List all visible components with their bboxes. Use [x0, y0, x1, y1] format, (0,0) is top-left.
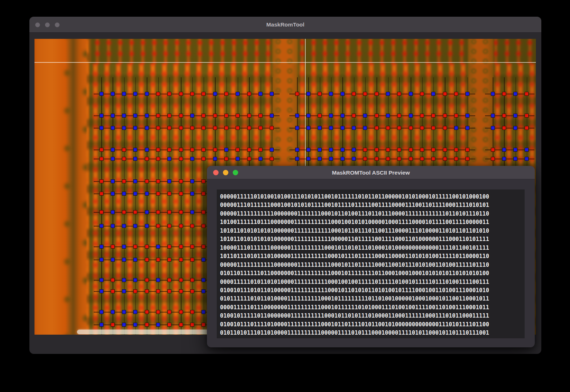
bit-marker[interactable] — [190, 114, 194, 118]
bit-marker[interactable] — [122, 179, 126, 183]
bit-marker[interactable] — [513, 157, 517, 161]
bit-marker[interactable] — [111, 192, 115, 196]
bit-marker[interactable] — [295, 148, 299, 152]
bit-marker[interactable] — [513, 148, 517, 152]
bit-marker[interactable] — [258, 157, 262, 161]
bit-marker[interactable] — [190, 224, 194, 228]
bit-marker[interactable] — [318, 92, 322, 96]
bit-marker[interactable] — [502, 148, 506, 152]
bit-marker[interactable] — [156, 224, 160, 228]
bit-marker[interactable] — [329, 157, 333, 161]
bit-marker[interactable] — [258, 148, 262, 152]
bit-marker[interactable] — [306, 126, 310, 130]
bit-marker[interactable] — [122, 114, 126, 118]
bit-marker[interactable] — [363, 126, 367, 130]
bit-marker[interactable] — [179, 192, 183, 196]
bit-marker[interactable] — [270, 148, 274, 152]
bit-marker[interactable] — [409, 92, 413, 96]
bit-marker[interactable] — [329, 148, 333, 152]
bit-marker[interactable] — [167, 224, 171, 228]
bit-marker[interactable] — [122, 157, 126, 161]
bit-marker[interactable] — [156, 148, 160, 152]
bit-marker[interactable] — [167, 258, 171, 262]
bit-marker[interactable] — [431, 92, 435, 96]
bit-marker[interactable] — [111, 126, 115, 130]
bit-marker[interactable] — [352, 157, 356, 161]
bit-marker[interactable] — [397, 157, 401, 161]
bit-marker[interactable] — [133, 278, 137, 282]
bit-marker[interactable] — [454, 157, 458, 161]
bit-marker[interactable] — [167, 289, 171, 293]
bit-marker[interactable] — [201, 192, 205, 196]
bit-marker[interactable] — [201, 323, 205, 327]
bit-marker[interactable] — [201, 310, 205, 314]
bit-marker[interactable] — [341, 157, 345, 161]
bit-marker[interactable] — [201, 210, 205, 214]
bit-marker[interactable] — [201, 245, 205, 249]
bit-marker[interactable] — [133, 289, 137, 293]
bit-marker[interactable] — [306, 92, 310, 96]
bit-marker[interactable] — [352, 126, 356, 130]
bit-marker[interactable] — [190, 179, 194, 183]
bit-marker[interactable] — [99, 114, 103, 118]
bit-marker[interactable] — [111, 179, 115, 183]
bit-marker[interactable] — [122, 148, 126, 152]
bit-marker[interactable] — [111, 114, 115, 118]
bit-marker[interactable] — [167, 278, 171, 282]
bit-marker[interactable] — [431, 148, 435, 152]
bit-marker[interactable] — [145, 310, 149, 314]
bit-marker[interactable] — [397, 126, 401, 130]
bit-marker[interactable] — [431, 157, 435, 161]
bit-marker[interactable] — [133, 114, 137, 118]
bit-marker[interactable] — [179, 289, 183, 293]
bit-marker[interactable] — [190, 278, 194, 282]
bit-marker[interactable] — [190, 245, 194, 249]
bit-marker[interactable] — [420, 157, 424, 161]
bit-marker[interactable] — [201, 126, 205, 130]
bit-marker[interactable] — [513, 114, 517, 118]
bit-marker[interactable] — [99, 258, 103, 262]
bit-marker[interactable] — [318, 157, 322, 161]
bit-marker[interactable] — [99, 179, 103, 183]
bit-marker[interactable] — [122, 92, 126, 96]
bit-marker[interactable] — [213, 148, 217, 152]
bit-marker[interactable] — [190, 323, 194, 327]
bit-marker[interactable] — [133, 323, 137, 327]
bit-marker[interactable] — [179, 278, 183, 282]
bit-marker[interactable] — [341, 126, 345, 130]
bit-marker[interactable] — [502, 126, 506, 130]
bit-marker[interactable] — [352, 92, 356, 96]
bit-marker[interactable] — [99, 148, 103, 152]
bit-marker[interactable] — [386, 157, 390, 161]
bit-marker[interactable] — [122, 126, 126, 130]
bit-marker[interactable] — [420, 114, 424, 118]
bit-marker[interactable] — [454, 148, 458, 152]
bit-marker[interactable] — [465, 114, 469, 118]
bit-marker[interactable] — [465, 157, 469, 161]
bit-marker[interactable] — [122, 224, 126, 228]
bit-marker[interactable] — [99, 278, 103, 282]
bit-marker[interactable] — [122, 310, 126, 314]
bit-marker[interactable] — [179, 310, 183, 314]
bit-marker[interactable] — [247, 126, 251, 130]
main-titlebar[interactable]: MaskRomTool — [29, 17, 541, 33]
bit-marker[interactable] — [375, 148, 379, 152]
bit-marker[interactable] — [99, 92, 103, 96]
bit-marker[interactable] — [111, 148, 115, 152]
bit-marker[interactable] — [443, 92, 447, 96]
bit-marker[interactable] — [513, 92, 517, 96]
bit-marker[interactable] — [201, 289, 205, 293]
ascii-text-panel[interactable]: 0000011111010100101001110101011001011111… — [217, 189, 525, 338]
bit-marker[interactable] — [201, 114, 205, 118]
bit-marker[interactable] — [111, 323, 115, 327]
bit-marker[interactable] — [145, 224, 149, 228]
bit-marker[interactable] — [111, 310, 115, 314]
bit-marker[interactable] — [167, 179, 171, 183]
bit-marker[interactable] — [99, 224, 103, 228]
bit-marker[interactable] — [190, 210, 194, 214]
bit-marker[interactable] — [491, 157, 495, 161]
bit-marker[interactable] — [133, 192, 137, 196]
bit-marker[interactable] — [179, 245, 183, 249]
bit-marker[interactable] — [190, 148, 194, 152]
bit-marker[interactable] — [341, 92, 345, 96]
